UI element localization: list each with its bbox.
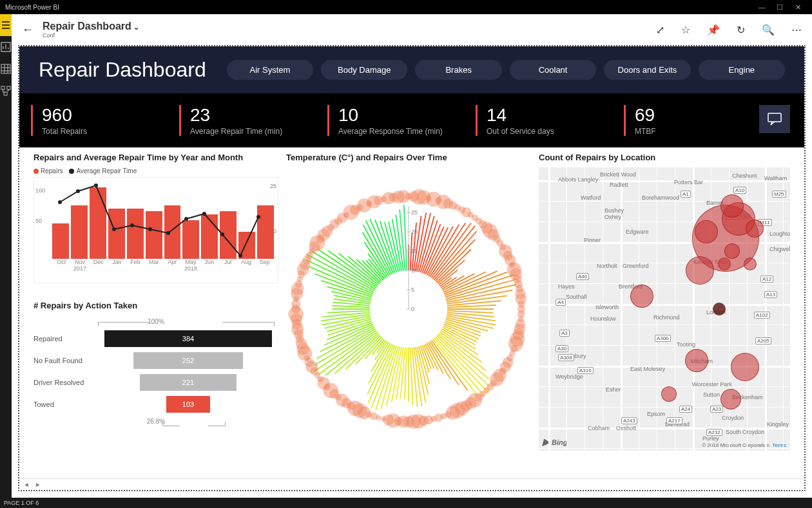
- svg-line-174: [371, 345, 395, 408]
- page-prev[interactable]: ◄: [23, 481, 30, 488]
- kpi-row: 960 Total Repairs 23 Average Repair Time…: [19, 93, 804, 147]
- funnel-row[interactable]: Repaired384: [34, 330, 278, 347]
- kpi-out-of-service[interactable]: 14 Out of Service days: [476, 105, 604, 136]
- svg-rect-4: [4, 92, 7, 95]
- title-bar: Microsoft Power BI — ☐ ✕: [0, 0, 812, 14]
- funnel-bot-pct: 26.8%: [34, 418, 278, 425]
- svg-line-30: [419, 216, 434, 272]
- pin-icon[interactable]: 📌: [707, 24, 720, 36]
- filter-engine[interactable]: Engine: [699, 60, 785, 80]
- map-place-label: Epsom: [647, 411, 665, 417]
- map-place-label: Northolt: [597, 263, 617, 269]
- radial-title: Temperature (C°) and Repairs Over Time: [286, 153, 531, 162]
- search-icon[interactable]: 🔍: [762, 24, 775, 36]
- svg-text:5: 5: [411, 287, 414, 293]
- map-bubble[interactable]: [746, 220, 764, 238]
- filter-body-damage[interactable]: Body Damage: [321, 60, 407, 80]
- kpi-total-repairs[interactable]: 960 Total Repairs: [31, 105, 160, 136]
- page-title[interactable]: Repair Dashboard: [43, 21, 131, 32]
- map-place-label: Worcester Park: [692, 381, 732, 388]
- svg-point-169: [381, 417, 386, 422]
- combo-chart-panel[interactable]: Repairs and Average Repair Time by Year …: [34, 153, 278, 301]
- svg-line-226: [327, 311, 370, 313]
- svg-rect-2: [1, 86, 5, 89]
- funnel-row[interactable]: Towed103: [34, 396, 278, 413]
- svg-line-72: [445, 272, 507, 296]
- filter-air-system[interactable]: Air System: [227, 60, 313, 80]
- page-nav: ◄ ►: [19, 478, 804, 490]
- map-place-label: Chigwell: [769, 246, 790, 252]
- map-place-label: Radlett: [610, 182, 628, 188]
- nav-report-icon[interactable]: [0, 36, 12, 58]
- map-place-label: Richmond: [653, 314, 680, 321]
- road-shield: A316: [577, 367, 594, 374]
- map-place-label: South Croydon: [726, 429, 764, 435]
- map-place-label: Waltham: [764, 175, 787, 182]
- map-place-label: Borehamwood: [642, 194, 679, 201]
- filter-doors-exits[interactable]: Doors and Exits: [604, 60, 690, 80]
- refresh-icon[interactable]: ↻: [737, 24, 745, 36]
- map-bubble[interactable]: [720, 389, 741, 409]
- road-shield: A205: [755, 337, 771, 344]
- svg-rect-5: [768, 113, 781, 122]
- svg-line-258: [338, 253, 378, 285]
- fullscreen-icon[interactable]: ⤢: [656, 24, 664, 36]
- map-bubble[interactable]: [731, 353, 759, 381]
- map-bubble[interactable]: [661, 386, 677, 402]
- filter-brakes[interactable]: Brakes: [415, 60, 501, 80]
- more-icon[interactable]: ⋯: [791, 24, 802, 36]
- map-place-label: Pinner: [584, 237, 601, 243]
- chat-button[interactable]: [759, 105, 790, 133]
- radial-chart-panel[interactable]: Temperature (C°) and Repairs Over Time 2…: [286, 153, 531, 455]
- svg-line-122: [436, 335, 490, 387]
- maximize-button[interactable]: ☐: [771, 3, 789, 12]
- funnel-title: # Repairs by Action Taken: [34, 301, 278, 310]
- map-place-label: Potters Bar: [674, 179, 703, 185]
- back-button[interactable]: ←: [22, 23, 34, 37]
- svg-line-246: [309, 267, 373, 294]
- map-terms-link[interactable]: Terms: [772, 442, 786, 448]
- map-bubble[interactable]: [724, 243, 740, 259]
- minimize-button[interactable]: —: [753, 3, 771, 11]
- funnel-row[interactable]: Driver Resolved221: [34, 374, 278, 391]
- road-shield: A30: [556, 345, 568, 352]
- favorite-icon[interactable]: ☆: [681, 24, 690, 36]
- map-place-label: Hounslow: [590, 315, 616, 322]
- funnel-chart-panel[interactable]: # Repairs by Action Taken 100% Repaired3…: [34, 301, 278, 455]
- map-bubble[interactable]: [713, 303, 726, 315]
- bar: [146, 211, 162, 259]
- map-place-label: Oxshott: [616, 425, 636, 431]
- funnel-row[interactable]: No Fault Found252: [34, 352, 278, 369]
- map-bubble[interactable]: [720, 194, 744, 218]
- kpi-avg-response-time[interactable]: 10 Average Response Time (min): [327, 105, 456, 136]
- map-bubble[interactable]: [686, 256, 714, 285]
- page-next[interactable]: ►: [35, 481, 41, 488]
- svg-text:15: 15: [411, 248, 418, 254]
- nav-model-icon[interactable]: [0, 80, 12, 102]
- map-place-label: Tooting: [677, 341, 695, 348]
- kpi-mtbf[interactable]: 69 MTBF: [624, 105, 740, 136]
- svg-text:25: 25: [411, 209, 418, 216]
- hamburger-button[interactable]: [0, 14, 12, 36]
- top-bar: ← Repair Dashboard⌄ Conf ⤢ ☆ 📌 ↻ 🔍 ⋯: [12, 14, 812, 45]
- map-bubble[interactable]: [695, 220, 718, 243]
- filter-coolant[interactable]: Coolant: [510, 60, 596, 80]
- map-bubble[interactable]: [685, 349, 708, 372]
- map-panel[interactable]: Count of Repairs by Location ▶ Bing © 20…: [539, 153, 790, 455]
- svg-rect-1: [1, 64, 10, 73]
- map-place-label: Watford: [581, 194, 601, 201]
- map-bubble[interactable]: [744, 258, 757, 270]
- dashboard-title: Repair Dashboard: [39, 58, 206, 82]
- close-button[interactable]: ✕: [789, 3, 807, 12]
- report-canvas[interactable]: Repair Dashboard Air System Body Damage …: [18, 45, 806, 491]
- map-bubble[interactable]: [630, 285, 653, 308]
- nav-data-icon[interactable]: [0, 58, 12, 80]
- chevron-down-icon[interactable]: ⌄: [133, 23, 139, 31]
- kpi-avg-repair-time[interactable]: 23 Average Repair Time (min): [179, 105, 308, 136]
- funnel-top-pct: 100%: [34, 318, 278, 325]
- map-place-label: Loughton: [769, 230, 790, 237]
- map-title: Count of Repairs by Location: [539, 153, 790, 162]
- legend-dot-repairs-icon: [34, 169, 39, 174]
- map-bubble[interactable]: [718, 258, 731, 270]
- map-place-label: Southall: [566, 294, 587, 300]
